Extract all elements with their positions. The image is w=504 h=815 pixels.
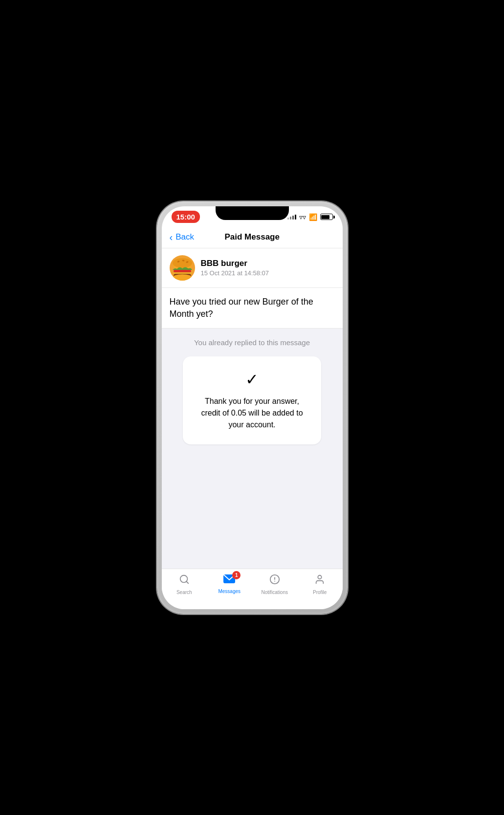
status-icons: ▿▿ 📶 <box>287 213 333 221</box>
tab-messages[interactable]: 1 Messages <box>207 574 252 594</box>
message-text: Have you tried our new Burger of the Mon… <box>170 296 335 320</box>
phone-frame: 15:00 ▿▿ 📶 ‹ Back <box>157 201 348 614</box>
back-label: Back <box>175 232 194 242</box>
signal-icon <box>287 215 296 220</box>
tab-messages-label: Messages <box>218 589 241 594</box>
tab-notifications[interactable]: Notifications <box>252 574 298 595</box>
wifi-symbol: 📶 <box>309 213 317 221</box>
tab-search-label: Search <box>176 590 192 595</box>
message-header: BBB burger 15 Oct 2021 at 14:58:07 <box>162 248 343 288</box>
envelope-icon: 1 <box>223 574 236 587</box>
thank-you-card: ✓ Thank you for your answer, credit of 0… <box>183 356 322 444</box>
sender-info: BBB burger 15 Oct 2021 at 14:58:07 <box>201 259 335 277</box>
tab-profile[interactable]: Profile <box>297 574 343 595</box>
status-time: 15:00 <box>172 211 200 223</box>
battery-icon <box>320 214 333 220</box>
svg-line-9 <box>186 581 188 583</box>
search-icon <box>179 574 190 588</box>
tab-profile-label: Profile <box>313 590 327 595</box>
svg-rect-5 <box>174 270 191 272</box>
message-content: Have you tried our new Burger of the Mon… <box>162 288 343 329</box>
messages-badge: 1 <box>232 571 241 579</box>
sender-name: BBB burger <box>201 259 335 268</box>
already-replied-text: You already replied to this message <box>194 338 310 347</box>
page-title: Paid Message <box>194 232 310 242</box>
tab-search[interactable]: Search <box>162 574 207 595</box>
tab-bar: Search 1 Messages <box>162 569 343 609</box>
nav-bar: ‹ Back Paid Message <box>162 228 343 248</box>
notifications-icon <box>269 574 280 588</box>
notch <box>216 206 289 220</box>
reply-area: You already replied to this message ✓ Th… <box>162 329 343 569</box>
avatar <box>170 255 195 281</box>
wifi-icon: ▿▿ <box>299 213 306 221</box>
phone-screen: 15:00 ▿▿ 📶 ‹ Back <box>162 206 343 609</box>
back-button[interactable]: ‹ Back <box>170 232 194 243</box>
tab-notifications-label: Notifications <box>262 590 288 595</box>
checkmark-icon: ✓ <box>195 370 310 389</box>
person-icon <box>314 574 325 588</box>
sender-timestamp: 15 Oct 2021 at 14:58:07 <box>201 269 335 277</box>
thank-you-text: Thank you for your answer, credit of 0.0… <box>195 396 310 431</box>
svg-point-1 <box>173 258 192 268</box>
svg-point-14 <box>318 575 322 578</box>
chevron-left-icon: ‹ <box>170 232 173 243</box>
